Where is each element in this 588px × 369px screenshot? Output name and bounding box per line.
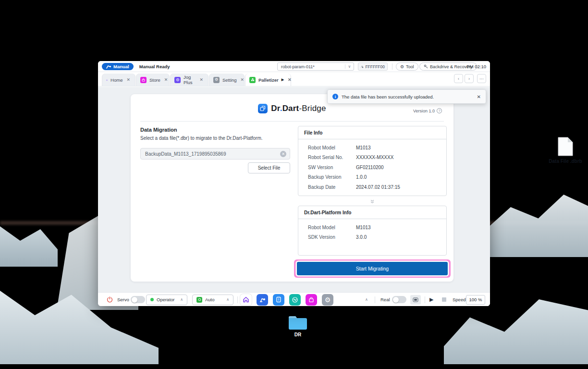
- tool-button-label: Tool: [406, 64, 414, 69]
- close-icon[interactable]: ✕: [198, 77, 204, 82]
- info-row: Robot Model M1013: [298, 143, 446, 153]
- tab-setting[interactable]: ⚙ Setting ✕: [209, 74, 245, 86]
- tab-navigation: ‹ › ⋯: [454, 74, 486, 83]
- data-file-input[interactable]: [141, 151, 280, 157]
- dock-robot-app[interactable]: [257, 294, 268, 306]
- close-icon[interactable]: ✕: [240, 77, 245, 82]
- tab-jog-plus[interactable]: Jog Plus ✕: [170, 74, 208, 86]
- tab-setting-label: Setting: [222, 77, 237, 83]
- tool-weight-value: FFFFFF00: [365, 64, 385, 69]
- file-icon: [557, 136, 574, 157]
- dock-collapse-chevron[interactable]: ∧: [365, 293, 368, 306]
- row-label: Robot Model: [298, 145, 356, 150]
- data-migration-title: Data Migration: [140, 127, 177, 133]
- close-icon[interactable]: ✕: [163, 77, 169, 82]
- row-label: Robot Model: [298, 225, 356, 230]
- tab-store[interactable]: Store ✕: [136, 74, 170, 86]
- version-row: Version 1.0 ?: [413, 108, 442, 113]
- double-chevron-down-icon: [298, 197, 447, 206]
- dock-store-app[interactable]: [306, 294, 317, 306]
- tool-weight-indicator[interactable]: FFFFFF00: [358, 62, 388, 71]
- desktop-file-label: Data File .dbrb: [549, 159, 582, 164]
- gear-icon: ⚙: [400, 64, 404, 69]
- home-icon: [243, 296, 249, 303]
- info-row: Robot Model M1013: [298, 222, 446, 233]
- info-row: SW Version GF02110200: [298, 162, 446, 172]
- row-label: SDK Version: [298, 234, 356, 240]
- auto-mode-dropdown[interactable]: Auto ∧: [192, 293, 233, 306]
- key-icon: [424, 64, 428, 69]
- row-value: 1.0.0: [356, 174, 367, 180]
- row-value: M1013: [356, 145, 371, 150]
- row-label: SW Version: [298, 165, 356, 170]
- select-file-button[interactable]: Select File: [248, 162, 290, 173]
- row-label: Backup Version: [298, 174, 356, 180]
- info-row: Backup Date 2024.07.02 01:37:15: [298, 182, 446, 192]
- desktop-file-data-file-dbrb[interactable]: Data File .dbrb: [544, 136, 587, 164]
- window-titlebar: Manual Manual Ready robot-param-011* ∨ F…: [98, 61, 490, 72]
- clear-input-icon[interactable]: ✕: [280, 151, 286, 157]
- row-value: GF02110200: [356, 165, 384, 170]
- servo-toggle[interactable]: [131, 293, 145, 306]
- play-button[interactable]: ▶: [429, 293, 433, 306]
- brand-dart: Dart: [282, 104, 299, 113]
- home-icon: [106, 77, 108, 83]
- tool-button[interactable]: ⚙ Tool: [396, 62, 418, 71]
- tab-home[interactable]: Home ✕: [102, 74, 135, 86]
- robot-param-select[interactable]: robot-param-011* ∨: [277, 62, 354, 71]
- row-label: Robot Serial No.: [298, 155, 356, 160]
- row-value: 2024.07.02 01:37:15: [356, 184, 400, 190]
- tab-jog-plus-label: Jog Plus: [184, 74, 196, 85]
- robot-arm-icon: [106, 64, 111, 69]
- tab-nav-back-button[interactable]: ‹: [454, 74, 463, 83]
- help-icon[interactable]: ?: [437, 108, 442, 113]
- tab-more-button[interactable]: ⋯: [477, 74, 486, 83]
- toast-close-icon[interactable]: ✕: [477, 94, 481, 99]
- desktop-folder-dr[interactable]: DR: [276, 315, 319, 337]
- auto-label: Auto: [205, 297, 215, 302]
- servo-label: Servo: [117, 293, 129, 306]
- palletizer-icon: [249, 77, 256, 83]
- row-label: Backup Date: [298, 184, 356, 190]
- info-row: Backup Version 1.0.0: [298, 172, 446, 183]
- store-icon: [140, 77, 147, 83]
- row-value: 3.0.0: [356, 234, 367, 240]
- gear-icon: ⚙: [325, 296, 331, 303]
- real-toggle[interactable]: [392, 293, 406, 306]
- tab-bar: Home ✕ Store ✕ Jog Plus ✕ ⚙: [98, 72, 490, 86]
- start-migrating-highlight: Start Migrating: [294, 259, 451, 278]
- start-migrating-button[interactable]: Start Migrating: [297, 262, 448, 275]
- platform-info-panel: Dr.Dart-Platform Info Robot Model M1013 …: [298, 206, 447, 256]
- tool-weight-icon: [361, 64, 363, 69]
- close-icon[interactable]: ✕: [287, 77, 293, 82]
- bridge-card: Dr.Dart-Bridge Version 1.0 ? Data Migrat…: [131, 94, 453, 282]
- dock-home-app[interactable]: [240, 294, 252, 306]
- desktop: Data File .dbrb DR Manual Manual Ready r…: [0, 0, 588, 369]
- dock-monitoring-app[interactable]: [289, 294, 301, 306]
- tab-nav-forward-button[interactable]: ›: [465, 74, 474, 83]
- operator-label: Operator: [157, 297, 175, 302]
- store-bag-icon: [308, 297, 314, 303]
- tab-palletizer-active[interactable]: Palletizer ▶ ✕: [245, 74, 291, 86]
- close-icon[interactable]: ✕: [125, 77, 131, 82]
- speed-value-box[interactable]: 100 %: [466, 293, 485, 306]
- row-value: M1013: [356, 225, 371, 230]
- operator-dropdown[interactable]: Operator ∧: [146, 293, 187, 306]
- version-label: Version 1.0: [413, 109, 435, 113]
- titlebar-divider: [392, 63, 392, 70]
- file-info-panel: File Info Robot Model M1013 Robot Serial…: [298, 126, 447, 196]
- brand-dr: Dr: [271, 104, 280, 113]
- tab-home-label: Home: [110, 77, 122, 83]
- info-row: SDK Version 3.0.0: [298, 233, 446, 243]
- run-app-icon[interactable]: ▶: [282, 78, 284, 82]
- info-row: Robot Serial No. XXXXXX-MXXXX: [298, 153, 446, 163]
- gear-icon: ⚙: [215, 78, 218, 82]
- dock-settings-app[interactable]: ⚙: [322, 294, 333, 306]
- virtual-keypad-button[interactable]: [410, 293, 421, 306]
- stop-button[interactable]: [442, 293, 446, 306]
- statusbar-divider: [237, 296, 238, 303]
- dock-device-app[interactable]: [273, 294, 284, 306]
- robot-mode-badge[interactable]: Manual: [102, 63, 134, 70]
- jog-plus-icon: [174, 77, 181, 83]
- chevron-down-icon: ∨: [345, 64, 354, 69]
